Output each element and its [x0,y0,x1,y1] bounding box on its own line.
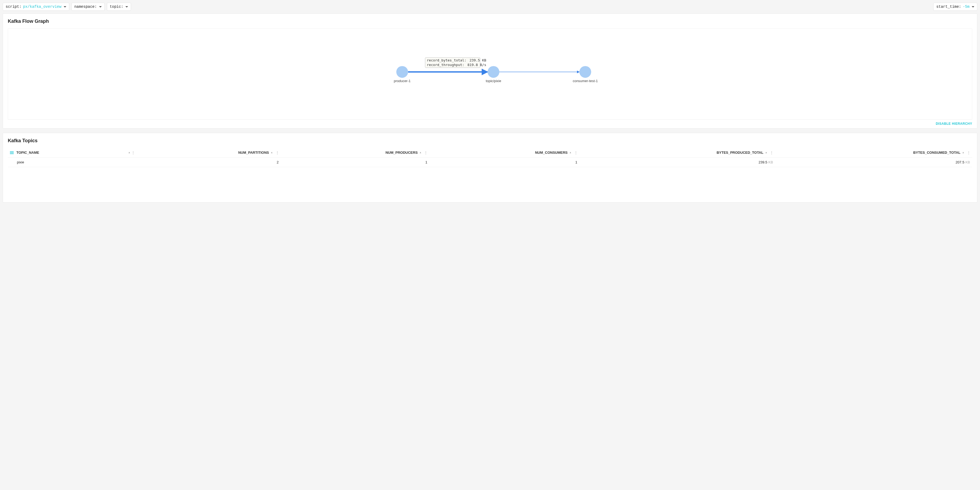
column-menu-icon[interactable]: ⋮ [130,151,135,155]
col-label: NUM_PRODUCERS [385,151,418,155]
chevron-down-icon [64,6,66,8]
column-menu-icon[interactable]: ⋮ [423,151,427,155]
chevron-down-icon [126,6,128,8]
col-topic-name[interactable]: TOPIC_NAME ▲ ⋮ [8,148,137,157]
namespace-selector[interactable]: namespace: [72,3,105,11]
col-num-producers[interactable]: NUM_PRODUCERS ▲ ⋮ [281,148,430,157]
flow-graph-svg: producer-1 topic/pixie consumer-test-1 r… [8,29,972,119]
col-label: NUM_CONSUMERS [535,151,568,155]
col-label: BYTES_PRODUCED_TOTAL [717,151,763,155]
svg-text:topic/pixie: topic/pixie [486,79,501,83]
start-time-value: -5m [963,5,969,9]
table-header-row: TOPIC_NAME ▲ ⋮ NUM_PARTITIONS ▲ ⋮ [8,148,972,157]
svg-point-2 [488,66,500,78]
col-num-partitions[interactable]: NUM_PARTITIONS ▲ ⋮ [137,148,281,157]
svg-point-0 [396,66,408,78]
table-row[interactable]: pixie 2 1 1 239.5KB 207.5KB [8,157,972,167]
node-topic-pixie[interactable]: topic/pixie [486,66,501,83]
topics-table-wrap: TOPIC_NAME ▲ ⋮ NUM_PARTITIONS ▲ ⋮ [8,148,972,167]
sort-caret-icon[interactable]: ▲ [765,151,767,154]
col-label: NUM_PARTITIONS [238,151,269,155]
column-menu-icon[interactable]: ⋮ [769,151,773,155]
top-filter-right-group: start_time: -5m [933,3,977,11]
namespace-label: namespace: [74,5,97,9]
disable-hierarchy-button[interactable]: DISABLE HIERARCHY [936,122,972,125]
svg-point-4 [579,66,591,78]
cell-num-producers: 1 [281,157,430,167]
edge-tooltip: record_bytes_total: 239.5 KB record_thro… [425,57,486,68]
topic-selector[interactable]: topic: [107,3,131,11]
flow-graph-canvas[interactable]: producer-1 topic/pixie consumer-test-1 r… [8,29,972,120]
chevron-down-icon [99,6,102,8]
sort-caret-icon[interactable]: ▲ [569,151,572,154]
chevron-down-icon [972,6,974,8]
node-consumer-test-1[interactable]: consumer-test-1 [573,66,598,83]
cell-topic-name: pixie [8,157,137,167]
col-bytes-produced-total[interactable]: BYTES_PRODUCED_TOTAL ▲ ⋮ [579,148,775,157]
svg-text:record_bytes_total:
          : record_bytes_total: 239.5 KB [426,58,486,62]
column-menu-icon[interactable]: ⋮ [573,151,577,155]
script-selector[interactable]: script: px/kafka_overview [3,3,69,11]
topics-table: TOPIC_NAME ▲ ⋮ NUM_PARTITIONS ▲ ⋮ [8,148,972,167]
sort-caret-icon[interactable]: ▲ [270,151,273,154]
cell-num-partitions: 2 [137,157,281,167]
cell-bytes-consumed: 207.5KB [775,157,972,167]
topic-label: topic: [110,5,123,9]
sort-caret-icon[interactable]: ▲ [962,151,964,154]
card-title: Kafka Flow Graph [8,19,972,24]
cell-bytes-produced: 239.5KB [579,157,775,167]
start-time-selector[interactable]: start_time: -5m [933,3,977,11]
card-title: Kafka Topics [8,138,972,144]
svg-text:consumer-test-1: consumer-test-1 [573,79,598,83]
column-menu-icon[interactable]: ⋮ [275,151,279,155]
col-num-consumers[interactable]: NUM_CONSUMERS ▲ ⋮ [429,148,579,157]
kafka-topics-card: Kafka Topics TOPIC_NAME ▲ ⋮ [3,133,977,203]
table-menu-icon[interactable] [10,151,14,154]
kafka-flow-graph-card: Kafka Flow Graph producer-1 topic/p [3,13,977,128]
svg-text:producer-1: producer-1 [394,79,410,83]
sort-caret-icon[interactable]: ▲ [128,151,130,154]
start-time-label: start_time: [936,5,961,9]
svg-text:record_throughput:
          8: record_throughput: 819.8 B/s [426,63,486,67]
col-label: BYTES_CONSUMED_TOTAL [913,151,960,155]
node-producer-1[interactable]: producer-1 [394,66,410,83]
script-label: script: [6,5,21,9]
card-footer: DISABLE HIERARCHY [8,120,972,125]
sort-caret-icon[interactable]: ▲ [419,151,422,154]
top-filter-bar: script: px/kafka_overview namespace: top… [0,0,980,13]
script-value: px/kafka_overview [23,5,62,9]
cell-num-consumers: 1 [429,157,579,167]
col-bytes-consumed-total[interactable]: BYTES_CONSUMED_TOTAL ▲ ⋮ [775,148,972,157]
top-filter-left-group: script: px/kafka_overview namespace: top… [3,3,131,11]
col-label: TOPIC_NAME [16,151,39,155]
column-menu-icon[interactable]: ⋮ [966,151,970,155]
